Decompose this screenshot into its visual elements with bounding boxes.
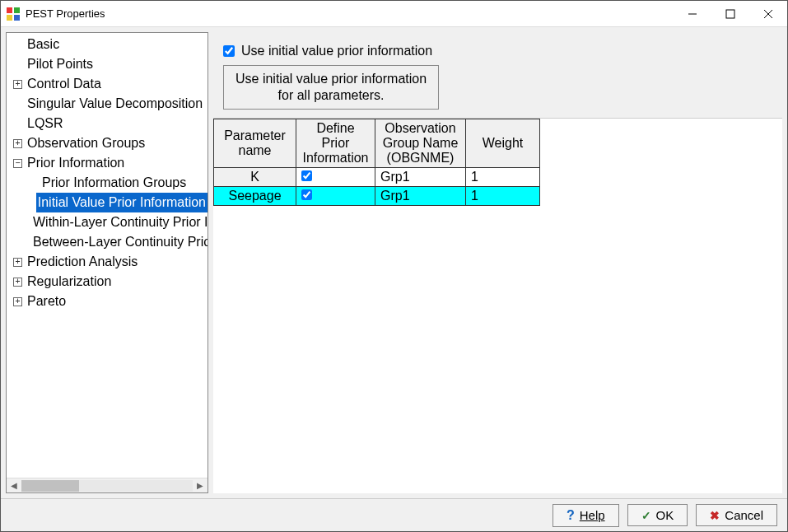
col-weight[interactable]: Weight: [466, 119, 540, 168]
scroll-right-icon[interactable]: ▶: [193, 478, 207, 493]
tree-item-label: Regularization: [26, 272, 113, 292]
col-parameter-name[interactable]: Parameter name: [214, 119, 296, 168]
tree-item-prior-information[interactable]: −Prior Information: [7, 153, 207, 173]
cancel-button[interactable]: ✖ Cancel: [696, 504, 777, 526]
window-controls: [674, 1, 787, 26]
close-button[interactable]: [749, 1, 787, 26]
tree-item-prediction-analysis[interactable]: +Prediction Analysis: [7, 252, 207, 272]
apply-all-button[interactable]: Use initial value prior information for …: [223, 65, 439, 110]
tree-item-label: Initial Value Prior Information: [36, 193, 207, 212]
parameter-table[interactable]: Parameter name Define Prior Information …: [213, 119, 540, 206]
window-title: PEST Properties: [26, 7, 674, 20]
tree-item-prior-information-groups[interactable]: Prior Information Groups: [7, 173, 207, 193]
tree-item-label: Pareto: [26, 292, 68, 311]
tree-item-label: Within-Layer Continuity Prior Informatio…: [31, 212, 207, 232]
use-initial-value-checkbox[interactable]: Use initial value prior information: [223, 44, 772, 58]
tree-item-pareto[interactable]: +Pareto: [7, 292, 207, 311]
tree-item-label: Control Data: [26, 74, 103, 94]
svg-rect-0: [7, 7, 12, 13]
svg-rect-3: [14, 15, 20, 21]
scroll-left-icon[interactable]: ◀: [7, 478, 21, 493]
tree-item-within-layer-continuity-prior-information[interactable]: Within-Layer Continuity Prior Informatio…: [7, 212, 207, 232]
use-initial-value-checkbox-label: Use initial value prior information: [241, 44, 432, 58]
tree-item-initial-value-prior-information[interactable]: Initial Value Prior Information: [7, 193, 207, 212]
x-icon: ✖: [710, 509, 720, 522]
cell-obs-group[interactable]: Grp1: [375, 168, 466, 187]
expand-icon[interactable]: +: [13, 278, 22, 287]
help-icon: ?: [567, 508, 575, 523]
maximize-button[interactable]: [711, 1, 749, 26]
expand-icon[interactable]: +: [13, 80, 22, 89]
cell-define[interactable]: [296, 187, 375, 206]
tree-item-label: Pilot Points: [26, 54, 95, 74]
help-button[interactable]: ? Help: [553, 504, 619, 527]
cell-define-checkbox[interactable]: [301, 170, 312, 181]
tree-item-label: Prediction Analysis: [26, 252, 139, 272]
col-define-prior[interactable]: Define Prior Information: [296, 119, 375, 168]
expand-icon[interactable]: +: [13, 258, 22, 267]
scroll-thumb[interactable]: [21, 480, 79, 492]
cell-obs-group[interactable]: Grp1: [375, 187, 466, 206]
collapse-icon[interactable]: −: [13, 159, 22, 168]
tree-item-singular-value-decomposition[interactable]: Singular Value Decomposition: [7, 94, 207, 114]
tree-item-label: Prior Information Groups: [40, 173, 188, 193]
tree-item-label: LQSR: [26, 114, 65, 133]
minimize-button[interactable]: [674, 1, 711, 26]
apply-all-button-line1: Use initial value prior information: [235, 72, 427, 86]
apply-all-button-line2: for all parameters.: [278, 88, 385, 102]
sidebar: BasicPilot Points+Control DataSingular V…: [6, 32, 208, 493]
cell-define[interactable]: [296, 168, 375, 187]
cell-weight[interactable]: 1: [466, 187, 540, 206]
table-row[interactable]: SeepageGrp11: [214, 187, 540, 206]
tree-item-basic[interactable]: Basic: [7, 35, 207, 54]
tree-item-label: Between-Layer Continuity Prior Informati…: [31, 232, 207, 252]
tree-item-pilot-points[interactable]: Pilot Points: [7, 54, 207, 74]
sidebar-scrollbar[interactable]: ◀ ▶: [7, 478, 207, 492]
controls-bar: Use initial value prior information Use …: [213, 32, 782, 119]
tree-item-control-data[interactable]: +Control Data: [7, 74, 207, 94]
tree-item-label: Basic: [26, 35, 61, 54]
check-icon: ✓: [641, 509, 651, 522]
svg-rect-2: [7, 15, 12, 21]
ok-button-label: OK: [656, 508, 674, 522]
scroll-track[interactable]: [21, 480, 193, 492]
tree-item-label: Singular Value Decomposition: [26, 94, 204, 114]
col-obs-group[interactable]: Observation Group Name (OBGNME): [375, 119, 466, 168]
cell-parameter-name[interactable]: K: [214, 168, 296, 187]
main-panel: Use initial value prior information Use …: [213, 32, 782, 493]
tree-item-regularization[interactable]: +Regularization: [7, 272, 207, 292]
tree-item-between-layer-continuity-prior-information[interactable]: Between-Layer Continuity Prior Informati…: [7, 232, 207, 252]
table-area: Parameter name Define Prior Information …: [213, 119, 782, 493]
button-bar: ? Help ✓ OK ✖ Cancel: [1, 498, 787, 531]
tree-item-label: Prior Information: [26, 153, 126, 173]
help-button-label: Help: [580, 508, 605, 522]
cancel-button-label: Cancel: [725, 508, 763, 522]
nav-tree[interactable]: BasicPilot Points+Control DataSingular V…: [7, 33, 207, 478]
tree-item-lqsr[interactable]: LQSR: [7, 114, 207, 133]
ok-button[interactable]: ✓ OK: [627, 504, 688, 526]
use-initial-value-checkbox-input[interactable]: [223, 45, 235, 57]
tree-item-observation-groups[interactable]: +Observation Groups: [7, 133, 207, 153]
tree-item-label: Observation Groups: [26, 133, 147, 153]
table-row[interactable]: KGrp11: [214, 168, 540, 187]
content: BasicPilot Points+Control DataSingular V…: [1, 27, 787, 498]
app-icon: [6, 7, 21, 21]
expand-icon[interactable]: +: [13, 139, 22, 148]
cell-define-checkbox[interactable]: [301, 189, 312, 200]
expand-icon[interactable]: +: [13, 297, 22, 306]
window: PEST Properties BasicPilot Points+Contro…: [0, 0, 788, 532]
cell-parameter-name[interactable]: Seepage: [214, 187, 296, 206]
svg-rect-1: [14, 7, 20, 13]
svg-rect-5: [726, 10, 734, 18]
titlebar: PEST Properties: [1, 1, 787, 27]
cell-weight[interactable]: 1: [466, 168, 540, 187]
